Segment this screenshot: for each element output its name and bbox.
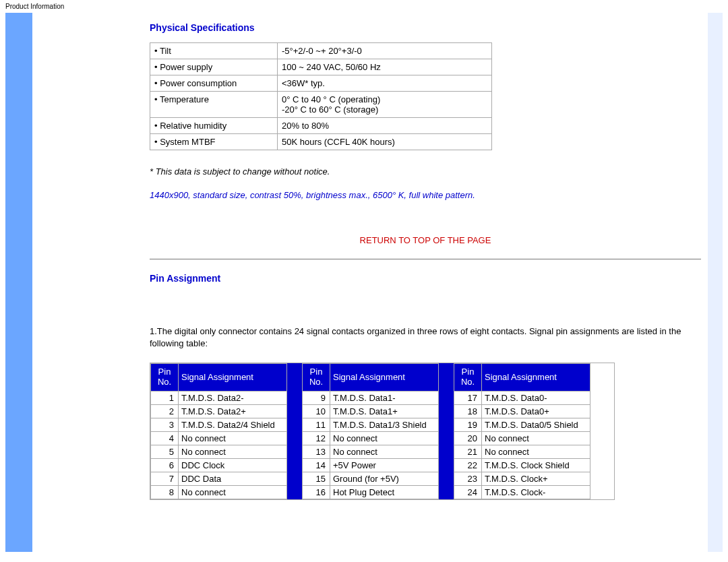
note-text: 1440x900, standard size, contrast 50%, b…	[150, 190, 701, 200]
table-row: 21No connect	[454, 445, 590, 458]
pin-sig: Ground (for +5V)	[330, 472, 439, 485]
pin-sig: No connect	[179, 485, 287, 499]
pin-table-group-1: Pin No. Signal Assignment 1T.M.D.S. Data…	[150, 363, 287, 499]
pin-sig: T.M.D.S. Data2/4 Shield	[179, 418, 287, 431]
table-row: 11T.M.D.S. Data1/3 Shield	[303, 418, 439, 431]
sidebar-right-stripe	[708, 13, 723, 552]
spec-value: 100 ~ 240 VAC, 50/60 Hz	[278, 59, 492, 75]
sidebar-left-stripe	[5, 13, 32, 552]
pin-gap	[439, 363, 454, 499]
pin-no: 21	[454, 445, 482, 458]
pin-gap	[287, 363, 302, 499]
pin-no: 4	[151, 431, 179, 445]
table-row: • Power consumption<36W* typ.	[150, 75, 492, 92]
divider	[150, 259, 701, 259]
disclaimer-text: * This data is subject to change without…	[150, 166, 701, 177]
pin-sig: +5V Power	[330, 458, 439, 472]
pin-header-sig: Signal Assignment	[330, 364, 439, 392]
pin-no: 6	[151, 458, 179, 472]
pin-sig: DDC Clock	[179, 458, 287, 472]
pin-no: 8	[151, 485, 179, 499]
spec-label: • Temperature	[150, 92, 278, 118]
table-row: 6DDC Clock	[151, 458, 287, 472]
pin-sig: T.M.D.S. Data1-	[330, 391, 439, 404]
pin-sig: No connect	[179, 445, 287, 458]
table-row: 10T.M.D.S. Data1+	[303, 404, 439, 418]
physical-spec-table: • Tilt-5°+2/-0 ~+ 20°+3/-0 • Power suppl…	[150, 42, 492, 150]
table-row: 20No connect	[454, 431, 590, 445]
table-row: 7DDC Data	[151, 472, 287, 485]
return-to-top-link[interactable]: RETURN TO TOP OF THE PAGE	[360, 235, 491, 245]
pin-no: 11	[303, 418, 330, 431]
pin-sig: T.M.D.S. Clock Shield	[482, 458, 590, 472]
table-row: 9T.M.D.S. Data1-	[303, 391, 439, 404]
table-row: 15Ground (for +5V)	[303, 472, 439, 485]
pin-sig: T.M.D.S. Data2+	[179, 404, 287, 418]
pin-sig: No connect	[482, 445, 590, 458]
pin-no: 15	[303, 472, 330, 485]
pin-table-container: Pin No. Signal Assignment 1T.M.D.S. Data…	[150, 363, 615, 500]
pin-no: 1	[151, 391, 179, 404]
pin-sig: No connect	[482, 431, 590, 445]
pin-header-no: Pin No.	[303, 364, 330, 392]
pin-no: 19	[454, 418, 482, 431]
spec-label: • Power consumption	[150, 75, 278, 92]
table-row: • Tilt-5°+2/-0 ~+ 20°+3/-0	[150, 43, 492, 59]
table-row: 12No connect	[303, 431, 439, 445]
pin-sig: T.M.D.S. Clock+	[482, 472, 590, 485]
table-row: 3T.M.D.S. Data2/4 Shield	[151, 418, 287, 431]
pin-no: 5	[151, 445, 179, 458]
pin-sig: T.M.D.S. Data0+	[482, 404, 590, 418]
pin-sig: T.M.D.S. Data0-	[482, 391, 590, 404]
pin-no: 23	[454, 472, 482, 485]
table-row: 4No connect	[151, 431, 287, 445]
pin-sig: T.M.D.S. Data1/3 Shield	[330, 418, 439, 431]
pin-no: 18	[454, 404, 482, 418]
spec-value: 0° C to 40 ° C (operating) -20° C to 60°…	[278, 92, 492, 118]
pin-no: 12	[303, 431, 330, 445]
section-title-pin: Pin Assignment	[150, 273, 701, 284]
spec-value: 20% to 80%	[278, 118, 492, 134]
main-content: Physical Specifications • Tilt-5°+2/-0 ~…	[32, 13, 708, 552]
table-row: 2T.M.D.S. Data2+	[151, 404, 287, 418]
table-row: 1T.M.D.S. Data2-	[151, 391, 287, 404]
table-row: 16Hot Plug Detect	[303, 485, 439, 499]
pin-no: 14	[303, 458, 330, 472]
pin-sig: Hot Plug Detect	[330, 485, 439, 499]
spec-value: 50K hours (CCFL 40K hours)	[278, 134, 492, 150]
pin-sig: No connect	[179, 431, 287, 445]
pin-table-group-3: Pin No. Signal Assignment 17T.M.D.S. Dat…	[454, 363, 590, 499]
pin-paragraph: 1.The digital only connector contains 24…	[150, 325, 701, 349]
table-row: 19T.M.D.S. Data0/5 Shield	[454, 418, 590, 431]
spec-label: • Power supply	[150, 59, 278, 75]
table-row: 17T.M.D.S. Data0-	[454, 391, 590, 404]
pin-sig: T.M.D.S. Clock-	[482, 485, 590, 499]
pin-no: 20	[454, 431, 482, 445]
table-row: • System MTBF50K hours (CCFL 40K hours)	[150, 134, 492, 150]
table-row: 8No connect	[151, 485, 287, 499]
table-row: 24T.M.D.S. Clock-	[454, 485, 590, 499]
section-title-physical: Physical Specifications	[150, 22, 701, 33]
pin-no: 2	[151, 404, 179, 418]
spec-label: • Relative humidity	[150, 118, 278, 134]
pin-sig: DDC Data	[179, 472, 287, 485]
pin-sig: T.M.D.S. Data0/5 Shield	[482, 418, 590, 431]
pin-sig: T.M.D.S. Data2-	[179, 391, 287, 404]
pin-no: 22	[454, 458, 482, 472]
pin-table-group-2: Pin No. Signal Assignment 9T.M.D.S. Data…	[302, 363, 439, 499]
pin-no: 7	[151, 472, 179, 485]
table-row: 14+5V Power	[303, 458, 439, 472]
pin-no: 24	[454, 485, 482, 499]
spec-label: • Tilt	[150, 43, 278, 59]
table-row: 13No connect	[303, 445, 439, 458]
spec-value: -5°+2/-0 ~+ 20°+3/-0	[278, 43, 492, 59]
spec-value: <36W* typ.	[278, 75, 492, 92]
table-row: 23T.M.D.S. Clock+	[454, 472, 590, 485]
pin-no: 3	[151, 418, 179, 431]
page-frame: Physical Specifications • Tilt-5°+2/-0 ~…	[5, 13, 723, 552]
pin-header-sig: Signal Assignment	[482, 364, 590, 392]
pin-no: 16	[303, 485, 330, 499]
pin-header-sig: Signal Assignment	[179, 364, 287, 392]
pin-header-no: Pin No.	[454, 364, 482, 392]
table-row: 22T.M.D.S. Clock Shield	[454, 458, 590, 472]
